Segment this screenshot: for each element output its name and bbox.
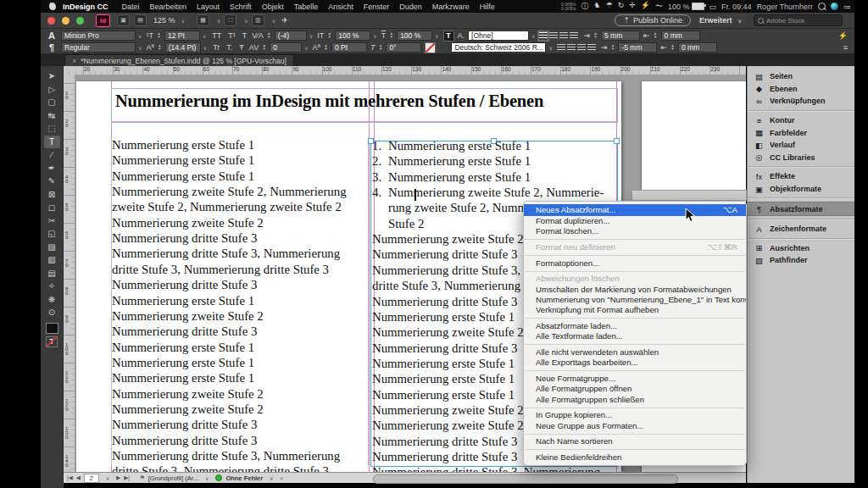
screen-mode-arrow[interactable]: ∨ (244, 18, 248, 24)
dock-item-objektformate[interactable]: ▣Objektformate (748, 183, 854, 196)
font-size-combo[interactable]: 12 Pt∨ (164, 30, 207, 41)
character-formatting-icon[interactable]: A (46, 30, 58, 41)
line-tool[interactable]: ∕ (44, 148, 60, 162)
error-dropdown-arrow[interactable]: ∨ (270, 475, 273, 481)
subscript-button[interactable]: T. (225, 43, 234, 52)
error-status[interactable]: Ohne Fehler (225, 474, 263, 482)
menu-item[interactable]: Verknüpfung mit Format aufheben (524, 305, 746, 315)
power-icon[interactable]: ⚡ (641, 1, 650, 12)
text-color-swatch[interactable]: T (46, 336, 58, 347)
dock-item-absatzformate[interactable]: ¶Absatzformate (748, 202, 854, 216)
menu-item[interactable]: Alle nicht verwendeten auswählen (524, 347, 746, 358)
scroll-left-arrow[interactable]: < (281, 475, 284, 481)
arrange-documents-arrow[interactable]: ∨ (272, 18, 275, 24)
small-caps-button[interactable]: Tr (211, 43, 221, 52)
leading-combo[interactable]: (14.4 Pt)∨ (165, 42, 208, 53)
selection-tool[interactable]: ➤ (44, 69, 60, 83)
floating-panel-titlebar[interactable] (632, 190, 747, 201)
dock-item-pathfinder[interactable]: ▧Pathfinder (748, 254, 854, 267)
align-center-button[interactable] (549, 32, 558, 40)
dock-item-ebenen[interactable]: ◆Ebenen (748, 83, 854, 96)
strikethrough-button[interactable]: Ŧ (237, 43, 246, 52)
bridge-icon[interactable]: ▣ (117, 14, 130, 26)
close-window-button[interactable] (47, 17, 55, 25)
menubar-clock[interactable]: Fr. 09:44 (721, 3, 752, 11)
menu-item[interactable]: Neues Absatzformat...⌥A (524, 204, 746, 216)
menu-item[interactable]: Umschalten der Markierung von Formatabwe… (524, 285, 746, 295)
baseline-shift-field[interactable]: 0 Pt (331, 42, 367, 53)
fullscreen-window-button[interactable] (76, 17, 84, 25)
menu-item[interactable]: Absatzformate laden... (524, 321, 746, 331)
previous-page-button[interactable]: ◀ (76, 474, 81, 481)
zoom-tool[interactable]: ⊙ (44, 306, 60, 319)
menubar-item-layout[interactable]: Layout (197, 3, 220, 11)
app-status-icon[interactable]: ♞ (594, 1, 601, 12)
underline-button[interactable]: T (241, 31, 249, 40)
pencil-tool[interactable]: ✎ (44, 175, 60, 188)
view-options-arrow[interactable]: ∨ (217, 18, 220, 24)
time-machine-icon[interactable]: ↻ (618, 1, 625, 12)
horizontal-scrollbar-thumb[interactable] (373, 474, 678, 484)
menubar-item-ansicht[interactable]: Ansicht (328, 3, 353, 11)
dock-item-effekte[interactable]: fxEffekte (748, 170, 854, 183)
view-options-icon[interactable]: ▦ (197, 14, 209, 26)
arrange-documents-icon[interactable]: ▥ (252, 14, 264, 26)
document-tab[interactable]: × *Nummerierung_Ebenen_Stufen.indd @ 125… (64, 54, 294, 66)
page-dropdown-arrow[interactable]: ∨ (106, 475, 109, 481)
stock-icon[interactable]: ▤ (134, 14, 147, 26)
menu-item[interactable]: Formatoptionen... (524, 258, 746, 269)
menu-item[interactable]: Neue Gruppe aus Formaten... (524, 421, 746, 431)
menu-item[interactable]: Alle Formatgruppen öffnen (524, 384, 746, 394)
dock-item-seiten[interactable]: ▤Seiten (748, 70, 854, 83)
menu-item[interactable]: Alle Exporttags bearbeiten... (524, 358, 746, 368)
first-line-indent-field[interactable]: -5 mm (618, 42, 657, 53)
hand-tool[interactable]: ❋ (44, 293, 60, 307)
preflight-dropdown-arrow[interactable]: ∨ (205, 475, 209, 481)
pen-tool[interactable]: ✒ (44, 162, 60, 175)
menubar-item-schrift[interactable]: Schrift (230, 3, 252, 11)
panel-options-icon[interactable]: ≡ (843, 43, 848, 52)
direct-selection-tool[interactable]: ▷ (44, 83, 60, 97)
dock-item-zeichenformate[interactable]: AZeichenformate (748, 223, 854, 236)
siri-icon[interactable] (831, 3, 838, 10)
umbrella-icon[interactable]: ☂ (606, 1, 613, 12)
gap-tool[interactable]: ↹ (44, 109, 60, 123)
menu-item[interactable]: Nummerierung von "Nummerierung_Ebene_1" … (524, 295, 746, 305)
tab-close-icon[interactable]: × (72, 57, 76, 65)
tracking-combo[interactable]: 0∨ (270, 42, 309, 53)
rectangle-tool[interactable]: ◻ (44, 201, 60, 214)
superscript-button[interactable]: T¹ (226, 31, 237, 40)
menu-item[interactable]: In Gruppe kopieren... (524, 410, 746, 420)
justify-all-button[interactable] (587, 44, 596, 52)
character-style-combo[interactable]: [Ohne]∨ (468, 30, 536, 41)
wifi-icon[interactable]: 〜 (655, 1, 663, 12)
justify-left-button[interactable] (557, 44, 565, 52)
scissors-tool[interactable]: ✂ (44, 214, 60, 228)
last-page-button[interactable]: ▶| (124, 474, 130, 481)
frame-tool[interactable]: ⊠ (44, 188, 60, 202)
next-page-button[interactable]: ▶ (116, 474, 120, 481)
font-family-combo[interactable]: Minion Pro∨ (61, 30, 142, 41)
menubar-item-markzware[interactable]: Markzware (432, 3, 470, 11)
quick-apply-icon[interactable]: ⚡ (838, 31, 848, 40)
last-line-indent-field[interactable]: 0 mm (678, 42, 717, 53)
battery-indicator[interactable]: 100 % (668, 3, 704, 11)
menu-item[interactable]: Format duplizieren... (524, 216, 746, 226)
first-page-button[interactable]: |◀ (67, 474, 73, 481)
info-icon[interactable]: ⓘ (581, 1, 589, 12)
menubar-item-datei[interactable]: Datei (122, 3, 140, 11)
vertical-ruler[interactable]: 1 02 03 04 05 06 07 08 09 01 0 01 1 01 2… (64, 75, 75, 483)
adobe-stock-search[interactable]: Adobe Stock (754, 14, 843, 26)
dock-item-verknüpfungen[interactable]: ∞Verknüpfungen (748, 95, 854, 108)
dock-item-farbfelder[interactable]: ▦Farbfelder (748, 126, 854, 139)
workspace-switcher[interactable]: Erweitert ∨ (699, 16, 745, 25)
minimize-window-button[interactable] (62, 17, 70, 25)
justify-right-button[interactable] (577, 44, 586, 52)
zoom-level-value[interactable]: 125 % (153, 16, 175, 25)
preflight-profile[interactable]: [Grundprofil] (Ar... (148, 474, 198, 482)
content-collector-tool[interactable]: ⬚ (44, 122, 60, 136)
menubar-user[interactable]: Roger Thurnherr (757, 3, 813, 11)
type-tool[interactable]: T (44, 136, 60, 149)
dock-item-verlauf[interactable]: ◧Verlauf (748, 139, 854, 152)
paragraph-formatting-icon[interactable]: ¶ (46, 42, 58, 53)
